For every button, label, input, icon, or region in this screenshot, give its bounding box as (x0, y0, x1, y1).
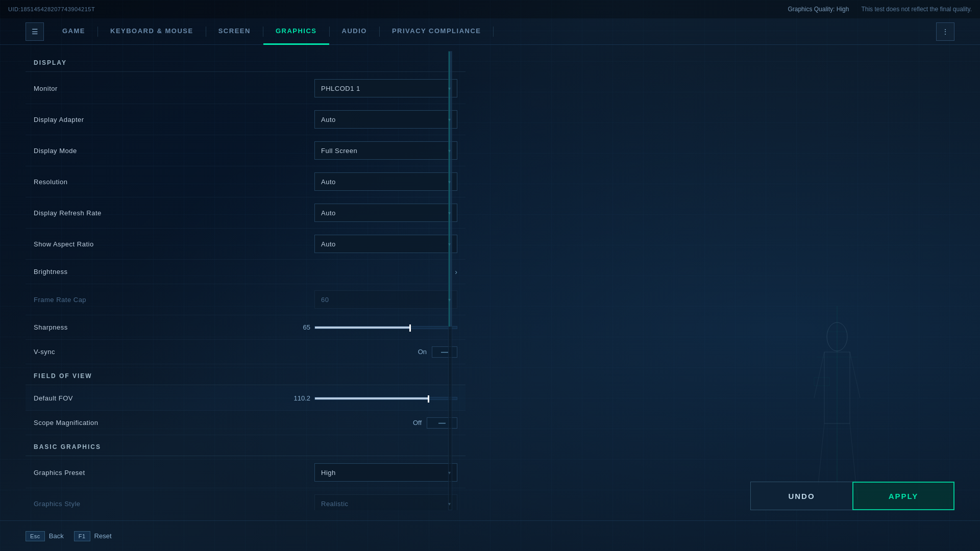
tab-screen-label: SCREEN (218, 27, 251, 35)
vsync-toggle-dash: — (441, 348, 448, 356)
setting-row-monitor: Monitor PHLCOD1 1 ▾ (26, 73, 465, 104)
tab-game[interactable]: GAME (50, 18, 97, 45)
tab-audio-label: AUDIO (342, 27, 367, 35)
tab-privacy-label: PRIVACY COMPLIANCE (392, 27, 481, 35)
soldier-decoration (786, 306, 888, 510)
tab-sep-6 (493, 27, 494, 37)
graphics-preset-label: Graphics Preset (34, 469, 314, 477)
sharpness-slider[interactable] (314, 326, 457, 329)
sharpness-label: Sharpness (34, 323, 303, 331)
fov-thumb (428, 395, 429, 403)
setting-row-frame-rate-cap: Frame Rate Cap 60 ▾ (26, 284, 465, 315)
vsync-label: V-sync (34, 348, 418, 356)
monitor-label: Monitor (34, 85, 314, 92)
scope-mag-toggle-value: Off (413, 419, 422, 427)
frame-rate-cap-dropdown: 60 ▾ (314, 290, 457, 309)
graphics-style-dropdown: Realistic ▾ (314, 494, 457, 510)
scrollbar[interactable] (448, 51, 452, 510)
graphics-style-label: Graphics Style (34, 500, 314, 508)
sharpness-thumb (409, 324, 411, 332)
refresh-rate-value: Auto (321, 209, 336, 217)
action-buttons: UNDO APPLY (750, 482, 954, 510)
settings-panel: DISPLAY Monitor PHLCOD1 1 ▾ Display Adap… (26, 51, 470, 510)
reset-button[interactable]: F1 Reset (74, 531, 112, 541)
frame-rate-cap-label: Frame Rate Cap (34, 296, 314, 304)
scope-mag-toggle-dash: — (438, 419, 446, 427)
setting-row-display-mode: Display Mode Full Screen ▾ (26, 135, 465, 166)
display-mode-dropdown[interactable]: Full Screen ▾ (314, 141, 457, 160)
resolution-dropdown[interactable]: Auto ▾ (314, 172, 457, 191)
tab-game-label: GAME (62, 27, 85, 35)
tab-screen[interactable]: SCREEN (206, 18, 263, 45)
monitor-value: PHLCOD1 1 (321, 85, 360, 92)
svg-line-6 (850, 352, 860, 398)
test-notice: This test does not reflect the final qua… (861, 6, 972, 13)
aspect-ratio-dropdown[interactable]: Auto ▾ (314, 235, 457, 253)
back-button[interactable]: Esc Back (26, 531, 64, 541)
nav-icon-left[interactable]: ☰ (26, 22, 44, 41)
scope-mag-label: Scope Magnification (34, 419, 413, 427)
menu-icon: ☰ (32, 28, 38, 36)
default-fov-label: Default FOV (34, 394, 293, 402)
quality-label: Graphics Quality: High (788, 6, 849, 13)
setting-row-graphics-style: Graphics Style Realistic ▾ (26, 488, 465, 510)
refresh-rate-dropdown[interactable]: Auto ▾ (314, 204, 457, 222)
fov-slider[interactable] (314, 397, 457, 400)
graphics-preset-dropdown[interactable]: High ▾ (314, 463, 457, 482)
top-bar: UID:185145428207743904215T Graphics Qual… (0, 0, 980, 18)
resolution-value: Auto (321, 178, 336, 186)
vsync-toggle[interactable]: — (432, 346, 457, 358)
svg-rect-9 (814, 378, 829, 386)
monitor-dropdown[interactable]: PHLCOD1 1 ▾ (314, 79, 457, 97)
nav-icon-right[interactable]: ⋮ (936, 22, 954, 41)
sharpness-value: 65 (303, 323, 310, 331)
brightness-arrow: › (455, 268, 457, 276)
svg-line-5 (814, 352, 824, 398)
brightness-label: Brightness (34, 268, 455, 276)
undo-button[interactable]: UNDO (750, 482, 852, 510)
section-basic-graphics-header: BASIC GRAPHICS (26, 435, 465, 456)
bottom-bar: Esc Back F1 Reset (0, 520, 980, 551)
setting-row-vsync: V-sync On — (26, 340, 465, 364)
setting-row-display-adapter: Display Adapter Auto ▾ (26, 104, 465, 135)
quality-info: Graphics Quality: High This test does no… (788, 6, 972, 13)
tab-keyboard[interactable]: KEYBOARD & MOUSE (98, 18, 206, 45)
graphics-style-value: Realistic (321, 500, 349, 508)
setting-row-resolution: Resolution Auto ▾ (26, 166, 465, 197)
uid-text: UID:185145428207743904215T (8, 6, 95, 12)
graphics-preset-value: High (321, 469, 336, 477)
setting-row-default-fov: Default FOV 110.2 (26, 386, 465, 411)
tab-keyboard-label: KEYBOARD & MOUSE (110, 27, 193, 35)
setting-row-aspect-ratio: Show Aspect Ratio Auto ▾ (26, 229, 465, 260)
setting-row-scope-mag: Scope Magnification Off — (26, 411, 465, 435)
display-adapter-dropdown[interactable]: Auto ▾ (314, 110, 457, 129)
aspect-ratio-label: Show Aspect Ratio (34, 240, 314, 248)
display-adapter-value: Auto (321, 116, 336, 123)
tab-audio[interactable]: AUDIO (330, 18, 379, 45)
reset-key-badge: F1 (74, 531, 90, 541)
reset-label: Reset (94, 532, 112, 540)
tab-privacy[interactable]: PRIVACY COMPLIANCE (380, 18, 494, 45)
vsync-toggle-value: On (418, 348, 427, 356)
refresh-rate-label: Display Refresh Rate (34, 209, 314, 217)
setting-row-refresh-rate: Display Refresh Rate Auto ▾ (26, 197, 465, 229)
back-label: Back (49, 532, 64, 540)
section-display-header: DISPLAY (26, 51, 465, 72)
frame-rate-cap-value: 60 (321, 296, 329, 304)
sharpness-fill (315, 327, 410, 329)
scrollbar-thumb (449, 52, 452, 327)
nav-tabs: ☰ GAME KEYBOARD & MOUSE SCREEN GRAPHICS … (0, 18, 980, 45)
scope-mag-toggle[interactable]: — (427, 417, 457, 429)
display-mode-label: Display Mode (34, 147, 314, 155)
tab-graphics[interactable]: GRAPHICS (263, 18, 329, 45)
back-key-badge: Esc (26, 531, 45, 541)
display-adapter-label: Display Adapter (34, 116, 314, 123)
resolution-label: Resolution (34, 178, 314, 186)
setting-row-brightness[interactable]: Brightness › (26, 260, 465, 284)
apply-button[interactable]: APPLY (852, 482, 954, 510)
setting-row-graphics-preset: Graphics Preset High ▾ (26, 457, 465, 488)
display-mode-value: Full Screen (321, 147, 357, 155)
section-fov-header: FIELD OF VIEW (26, 364, 465, 385)
dots-icon: ⋮ (942, 28, 949, 36)
fov-slider-container (314, 397, 457, 400)
